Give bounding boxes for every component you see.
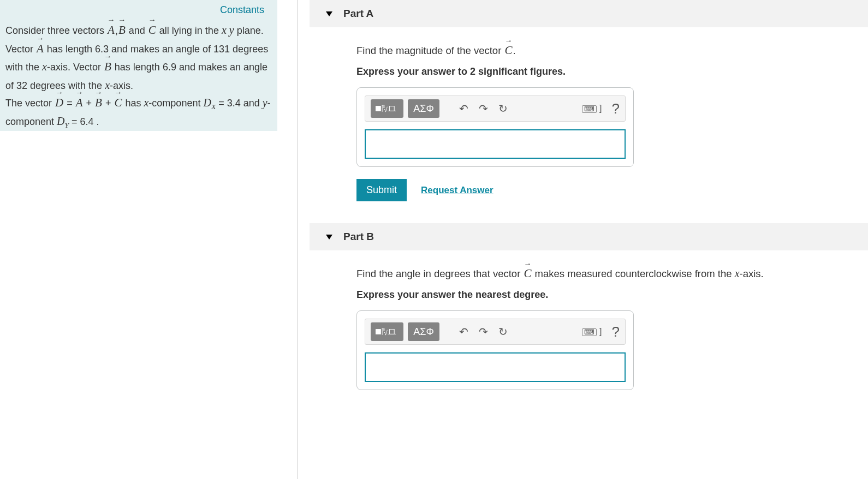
part-b-header[interactable]: Part B [310,223,868,250]
templates-button[interactable]: x √ [371,322,403,341]
part-a-header[interactable]: Part A [310,0,868,27]
keyboard-icon[interactable]: ⌨ ] [582,326,602,337]
svg-text:√: √ [384,106,388,113]
text: = 6.4 . [69,116,99,127]
svg-text:√: √ [384,329,388,336]
undo-icon[interactable]: ↶ [456,325,471,338]
constants-link[interactable]: Constants [4,4,272,21]
problem-panel: Constants Consider three vectors A,B and… [0,0,277,131]
text: The vector [5,98,55,109]
y-var: y [263,97,267,109]
reset-icon[interactable]: ↻ [495,325,510,338]
vector-B: B [104,58,112,76]
text: + [84,98,95,109]
templates-button[interactable]: x √ [371,99,403,118]
text: = 3.4 and [216,98,263,109]
text: Consider three vectors [5,25,107,36]
vector-B: B [118,21,126,40]
request-answer-link[interactable]: Request Answer [421,185,494,196]
DX: D [203,97,211,109]
vector-A: A [107,21,115,40]
chevron-down-icon [326,11,332,16]
math-template-icon: x √ [375,326,399,338]
redo-icon[interactable]: ↷ [475,325,491,338]
text: = [64,98,75,109]
greek-button[interactable]: ΑΣΦ [408,322,439,341]
DY: D [57,115,64,127]
x-var: x [735,267,740,279]
vector-A: A [75,94,84,112]
vector-A: A [36,40,44,58]
vector-C: C [523,267,532,280]
part-a-body: Find the magnitude of the vector C. Expr… [310,27,868,223]
svg-rect-3 [389,106,394,111]
keyboard-icon[interactable]: ⌨ ] [582,103,602,114]
part-a-title: Part A [343,8,373,20]
vector-C: C [504,44,513,57]
x-var: x [105,79,110,91]
part-a-toolbar: x √ ΑΣΦ ↶ ↷ ↻ ⌨ ] ? [365,95,626,122]
redo-icon[interactable]: ↷ [475,102,491,115]
part-a-instructions: Express your answer to 2 significant fig… [356,66,835,77]
text: Find the magnitude of the vector [356,45,504,56]
part-b-answer-input[interactable] [365,352,626,382]
part-b-title: Part B [343,231,374,243]
x-var: x [42,61,47,73]
vector-D: D [55,94,64,112]
text: . [513,45,515,56]
part-a-prompt: Find the magnitude of the vector C. [356,44,835,57]
math-template-icon: x √ [375,103,399,115]
part-a-answer-box: x √ ΑΣΦ ↶ ↷ ↻ ⌨ ] ? [356,87,634,167]
answer-panel: Part A Find the magnitude of the vector … [310,0,868,412]
xy-var: x y [222,24,234,36]
vector-C: C [114,94,122,112]
text: Find the angle in degrees that vector [356,268,523,279]
text: -component [148,98,203,109]
chevron-down-icon [326,235,332,239]
help-icon[interactable]: ? [612,324,620,340]
part-b-toolbar: x √ ΑΣΦ ↶ ↷ ↻ ⌨ ] ? [365,319,626,345]
text: and [126,25,148,36]
vector-B: B [94,94,103,112]
reset-icon[interactable]: ↻ [495,102,510,115]
problem-statement: Consider three vectors A,B and C all lyi… [4,21,272,131]
Y-sub: Y [65,121,69,129]
text: has [122,98,144,109]
text: -axis. [740,268,764,279]
X-sub: X [211,102,216,110]
greek-button[interactable]: ΑΣΦ [408,99,439,118]
panel-divider [297,0,298,479]
svg-rect-0 [376,106,381,111]
submit-button[interactable]: Submit [356,179,407,201]
part-b-answer-box: x √ ΑΣΦ ↶ ↷ ↻ ⌨ ] ? [356,310,634,390]
part-a-answer-input[interactable] [365,129,626,159]
part-b-body: Find the angle in degrees that vector C … [310,250,868,412]
svg-rect-4 [376,330,381,334]
part-a-submit-row: Submit Request Answer [356,179,835,201]
help-icon[interactable]: ? [612,100,620,117]
text: all lying in the [157,25,222,36]
text: -axis. Vector [47,62,104,73]
vector-C: C [148,21,157,40]
svg-rect-7 [389,330,394,334]
undo-icon[interactable]: ↶ [456,102,471,115]
part-b-prompt: Find the angle in degrees that vector C … [356,267,835,280]
part-b-instructions: Express your answer the nearest degree. [356,289,835,301]
text: makes measured counterclockwise from the [532,268,734,279]
text: + [103,98,114,109]
